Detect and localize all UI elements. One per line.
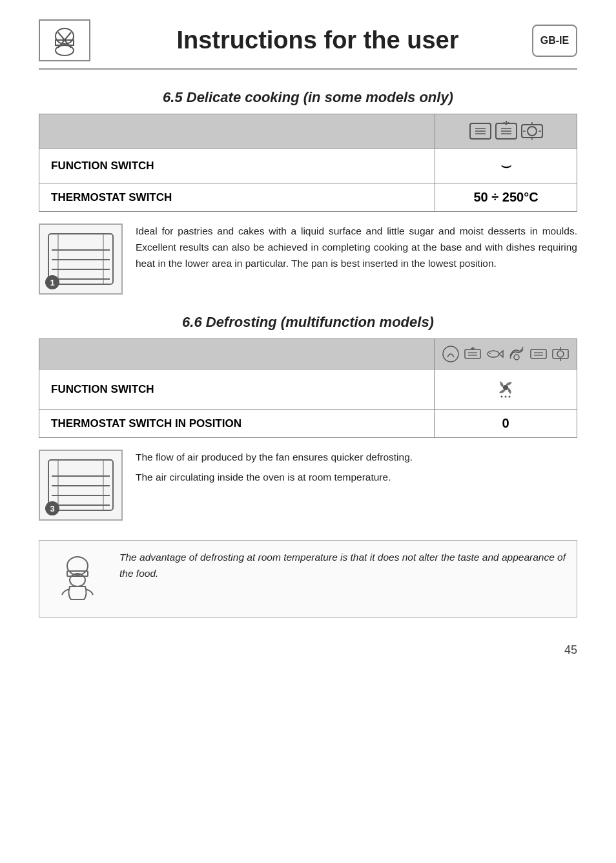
svg-point-0 xyxy=(56,28,74,44)
chef-illustration xyxy=(48,550,107,608)
section2-function-label: FUNCTION SWITCH xyxy=(39,369,435,410)
section2-thermostat-label: THERMOSTAT SWITCH IN POSITION xyxy=(39,410,435,438)
section1-thermostat-row: THERMOSTAT SWITCH 50 ÷ 250°C xyxy=(39,183,577,212)
country-badge: GB-IE xyxy=(532,25,577,57)
svg-rect-39 xyxy=(531,349,546,359)
section2-header-row xyxy=(39,339,577,369)
svg-point-57 xyxy=(67,557,88,575)
section1-shelf-image: 1 xyxy=(39,224,123,295)
section1-function-label: FUNCTION SWITCH xyxy=(39,149,435,183)
mode-icon-1 xyxy=(469,120,492,143)
svg-point-43 xyxy=(557,351,564,357)
section2-info-text-line1: The flow of air produced by the fan ensu… xyxy=(136,450,413,466)
section1-info-text: Ideal for pastries and cakes with a liqu… xyxy=(136,224,577,271)
section2-icon-cell xyxy=(435,339,577,369)
section1-table: FUNCTION SWITCH ⌣ THERMOSTAT SWITCH 50 ÷… xyxy=(39,114,577,212)
section1-thermostat-value: 50 ÷ 250°C xyxy=(435,183,577,212)
svg-point-17 xyxy=(528,127,537,136)
section1-header-row xyxy=(39,114,577,149)
defrost-mode-icons xyxy=(441,344,570,364)
section2-function-row: FUNCTION SWITCH xyxy=(39,369,577,410)
svg-point-36 xyxy=(488,351,499,357)
defrost-icon-6 xyxy=(551,344,570,364)
section2-info-block: 3 The flow of air produced by the fan en… xyxy=(39,450,577,521)
page-title: Instructions for the user xyxy=(103,26,532,54)
mode-icon-2 xyxy=(495,120,518,143)
defrost-icon-4 xyxy=(507,344,526,364)
svg-point-48 xyxy=(505,396,507,398)
svg-point-47 xyxy=(501,396,503,398)
page: Instructions for the user GB-IE 6.5 Deli… xyxy=(0,0,616,863)
section2-empty-header xyxy=(39,339,435,369)
svg-point-38 xyxy=(514,355,519,360)
section-delicate-cooking: 6.5 Delicate cooking (in some models onl… xyxy=(39,89,577,295)
section1-thermostat-label: THERMOSTAT SWITCH xyxy=(39,183,435,212)
defrost-icon-5 xyxy=(529,344,548,364)
shelf-badge-1: 1 xyxy=(45,275,59,289)
italic-info-block: The advantage of defrosting at room temp… xyxy=(39,540,577,618)
section-defrosting: 6.6 Defrosting (multifunction models) xyxy=(39,314,577,618)
section2-thermostat-value: 0 xyxy=(435,410,577,438)
shelf-badge-2: 3 xyxy=(45,501,59,515)
section2-title: 6.6 Defrosting (multifunction models) xyxy=(39,314,577,331)
defrost-icon-2 xyxy=(463,344,482,364)
section1-title: 6.5 Delicate cooking (in some models onl… xyxy=(39,89,577,106)
chef-icon xyxy=(45,25,84,57)
chef-illustration-svg xyxy=(52,553,103,605)
section2-thermostat-row: THERMOSTAT SWITCH IN POSITION 0 xyxy=(39,410,577,438)
svg-point-49 xyxy=(509,396,511,398)
section1-empty-header xyxy=(39,114,435,149)
cooking-icons xyxy=(442,120,570,143)
svg-point-37 xyxy=(489,353,491,354)
defrost-icon-3 xyxy=(485,344,504,364)
italic-info-text: The advantage of defrosting at room temp… xyxy=(119,550,568,582)
defrost-icon-1 xyxy=(441,344,460,364)
fan-icon xyxy=(494,376,517,399)
svg-rect-30 xyxy=(465,349,480,359)
section1-icon-cell xyxy=(435,114,577,149)
page-number: 45 xyxy=(39,643,577,657)
section2-info-text: The flow of air produced by the fan ensu… xyxy=(136,450,413,486)
mode-icon-3 xyxy=(520,120,544,143)
section2-info-text-line2: The air circulating inside the oven is a… xyxy=(136,470,413,486)
section2-shelf-image: 3 xyxy=(39,450,123,521)
section1-function-value: ⌣ xyxy=(435,149,577,183)
section1-function-row: FUNCTION SWITCH ⌣ xyxy=(39,149,577,183)
header-logo xyxy=(39,19,90,61)
section1-info-block: 1 Ideal for pastries and cakes with a li… xyxy=(39,224,577,295)
function-symbol: ⌣ xyxy=(500,155,512,175)
section2-table: FUNCTION SWITCH xyxy=(39,338,577,438)
section2-function-value xyxy=(435,369,577,410)
svg-point-46 xyxy=(503,385,508,390)
header: Instructions for the user GB-IE xyxy=(39,19,577,70)
